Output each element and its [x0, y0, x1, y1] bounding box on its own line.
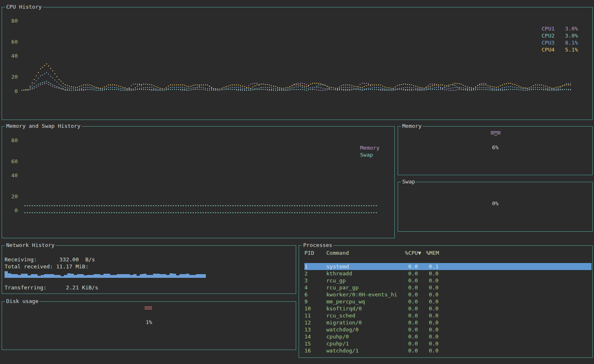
cell-pid: 2: [304, 270, 326, 277]
cell-cpu: 0.0: [397, 347, 418, 354]
memory-gauge-panel: Memory 6%: [398, 126, 593, 175]
table-row[interactable]: 13watchdog/00.00.0: [304, 326, 592, 333]
network-transferring-label: Transferring: 2.21 KiB/s: [5, 284, 98, 291]
column-header-pid[interactable]: PID: [304, 249, 326, 256]
cell-mem: 0.1: [418, 263, 438, 270]
network-receiving-label: Receiving: 332.00 B/s: [5, 256, 95, 263]
swap-gauge-title: Swap: [401, 178, 416, 185]
cell-cmd: rcu_sched: [326, 312, 397, 319]
cpu-history-panel: CPU History 80 60 40 20 0 CPU1 3.0% CPU2…: [2, 7, 593, 120]
table-row[interactable]: 6kworker/0:0H-events_high0.00.0: [304, 291, 592, 298]
cell-cpu: 0.0: [397, 284, 418, 291]
system-monitor-screen: CPU History 80 60 40 20 0 CPU1 3.0% CPU2…: [0, 0, 594, 364]
process-table-body: 1systemd0.00.12kthreadd0.00.03rcu_gp0.00…: [304, 263, 592, 354]
legend-cpu2-value: 3.0%: [565, 32, 578, 39]
memory-swap-history-panel: Memory and Swap History 80 60 40 20 0 Me…: [2, 126, 395, 238]
memory-gauge-value: 6%: [398, 144, 592, 150]
legend-cpu4-name: CPU4: [542, 46, 554, 53]
network-history-title: Network History: [5, 242, 56, 249]
table-row[interactable]: 10ksoftirqd/00.00.0: [304, 305, 592, 312]
network-history-panel: Network History Receiving: 332.00 B/s To…: [2, 245, 296, 294]
cell-pid: 3: [304, 277, 326, 284]
swap-gauge-value: 0%: [398, 200, 592, 207]
legend-cpu2-name: CPU2: [542, 32, 554, 39]
cell-cmd: kworker/0:0H-events_high: [326, 291, 397, 298]
disk-usage-title: Disk usage: [5, 298, 40, 305]
cell-cpu: 0.0: [397, 263, 418, 270]
cell-cmd: rcu_gp: [326, 277, 397, 284]
memory-swap-chart: [2, 127, 394, 238]
cell-cmd: ksoftirqd/0: [326, 305, 397, 312]
cell-mem: 0.0: [418, 319, 438, 326]
cpu-legend: CPU1 3.0% CPU2 3.0% CPU3 8.1% CPU4 5.1%: [542, 25, 578, 53]
disk-usage-value: 1%: [2, 319, 296, 325]
cell-cpu: 0.0: [397, 312, 418, 319]
cell-cpu: 0.0: [397, 340, 418, 347]
table-row[interactable]: 4rcu_par_gp0.00.0: [304, 284, 592, 291]
cell-pid: 15: [304, 340, 326, 347]
legend-cpu3-name: CPU3: [542, 39, 554, 46]
disk-usage-panel: Disk usage 1%: [2, 301, 296, 350]
cell-pid: 9: [304, 298, 326, 305]
table-row[interactable]: 12migration/00.00.0: [304, 319, 592, 326]
legend-cpu3: CPU3 8.1%: [542, 39, 578, 46]
legend-cpu1-value: 3.0%: [565, 25, 578, 32]
cell-mem: 0.0: [418, 277, 438, 284]
column-header-command[interactable]: Command: [326, 249, 397, 256]
processes-panel: Processes PID Command %CPU▼ %MEM 1system…: [299, 245, 593, 358]
table-row[interactable]: 1systemd0.00.1: [304, 263, 592, 270]
cell-mem: 0.0: [418, 347, 438, 354]
processes-header: PID Command %CPU▼ %MEM: [304, 249, 592, 256]
cell-mem: 0.0: [418, 305, 438, 312]
table-row[interactable]: 14cpuhp/00.00.0: [304, 333, 592, 340]
column-header-cpu[interactable]: %CPU▼: [397, 249, 421, 256]
disk-usage-arc: [145, 306, 153, 311]
legend-memory: Memory: [360, 144, 380, 151]
cell-pid: 13: [304, 326, 326, 333]
cell-cmd: cpuhp/0: [326, 333, 397, 340]
swap-gauge-panel: Swap 0%: [398, 182, 593, 232]
table-row[interactable]: 9mm_percpu_wq0.00.0: [304, 298, 592, 305]
legend-cpu4-value: 5.1%: [565, 46, 578, 53]
legend-cpu1-name: CPU1: [542, 25, 554, 32]
cell-mem: 0.0: [418, 298, 438, 305]
cell-cpu: 0.0: [397, 333, 418, 340]
cpu-history-chart: [2, 7, 592, 120]
cell-mem: 0.0: [418, 340, 438, 347]
cell-cpu: 0.0: [397, 319, 418, 326]
legend-swap: Swap: [360, 151, 380, 158]
memory-swap-legend: Memory Swap: [360, 144, 380, 158]
memory-gauge-title: Memory: [401, 123, 423, 129]
cell-pid: 4: [304, 284, 326, 291]
cell-cpu: 0.0: [397, 298, 418, 305]
cell-pid: 10: [304, 305, 326, 312]
table-row[interactable]: 3rcu_gp0.00.0: [304, 277, 592, 284]
table-row[interactable]: 11rcu_sched0.00.0: [304, 312, 592, 319]
cell-mem: 0.0: [418, 326, 438, 333]
cell-mem: 0.0: [418, 284, 438, 291]
cell-cmd: migration/0: [326, 319, 397, 326]
legend-cpu4: CPU4 5.1%: [542, 46, 578, 53]
cell-mem: 0.0: [418, 270, 438, 277]
cell-cpu: 0.0: [397, 270, 418, 277]
cell-mem: 0.0: [418, 312, 438, 319]
cell-cmd: watchdog/1: [326, 347, 397, 354]
legend-cpu3-value: 8.1%: [565, 39, 578, 46]
cell-pid: 11: [304, 312, 326, 319]
processes-title: Processes: [302, 242, 333, 249]
table-row[interactable]: 16watchdog/10.00.0: [304, 347, 592, 354]
cell-pid: 14: [304, 333, 326, 340]
cell-cmd: mm_percpu_wq: [326, 298, 397, 305]
cell-cpu: 0.0: [397, 305, 418, 312]
cell-cmd: rcu_par_gp: [326, 284, 397, 291]
table-row[interactable]: 15cpuhp/10.00.0: [304, 340, 592, 347]
table-row[interactable]: 2kthreadd0.00.0: [304, 270, 592, 277]
cell-pid: 16: [304, 347, 326, 354]
column-header-mem[interactable]: %MEM: [426, 249, 447, 256]
cell-cmd: kthreadd: [326, 270, 397, 277]
cell-cmd: watchdog/0: [326, 326, 397, 333]
network-total-received-label: Total received: 11.17 MiB:: [5, 263, 89, 270]
legend-cpu2: CPU2 3.0%: [542, 32, 578, 39]
cell-mem: 0.0: [418, 291, 438, 298]
cell-mem: 0.0: [418, 333, 438, 340]
